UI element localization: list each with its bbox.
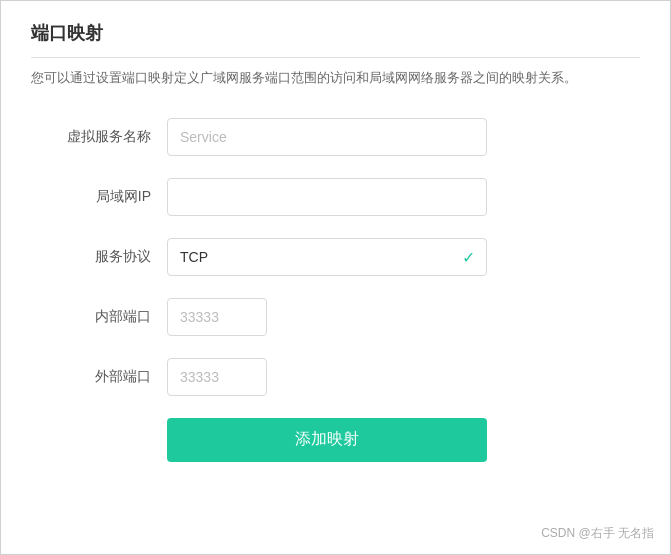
form-area: 虚拟服务名称 局域网IP 服务协议 TCP UDP BOTH ✓ 内部端口 (31, 118, 640, 462)
internal-port-input[interactable] (167, 298, 267, 336)
description: 您可以通过设置端口映射定义广域网服务端口范围的访问和局域网网络服务器之间的映射关… (31, 68, 640, 88)
divider (31, 57, 640, 58)
virtual-service-label: 虚拟服务名称 (51, 128, 151, 146)
virtual-service-row: 虚拟服务名称 (51, 118, 620, 156)
lan-ip-label: 局域网IP (51, 188, 151, 206)
internal-port-label: 内部端口 (51, 308, 151, 326)
protocol-label: 服务协议 (51, 248, 151, 266)
protocol-select-wrapper: TCP UDP BOTH ✓ (167, 238, 487, 276)
protocol-select[interactable]: TCP UDP BOTH (167, 238, 487, 276)
submit-button[interactable]: 添加映射 (167, 418, 487, 462)
external-port-row: 外部端口 (51, 358, 620, 396)
lan-ip-input[interactable] (167, 178, 487, 216)
virtual-service-input[interactable] (167, 118, 487, 156)
internal-port-row: 内部端口 (51, 298, 620, 336)
external-port-label: 外部端口 (51, 368, 151, 386)
main-container: 端口映射 您可以通过设置端口映射定义广域网服务端口范围的访问和局域网网络服务器之… (0, 0, 671, 555)
lan-ip-row: 局域网IP (51, 178, 620, 216)
watermark: CSDN @右手 无名指 (541, 525, 654, 542)
page-title: 端口映射 (31, 21, 640, 45)
external-port-input[interactable] (167, 358, 267, 396)
protocol-row: 服务协议 TCP UDP BOTH ✓ (51, 238, 620, 276)
